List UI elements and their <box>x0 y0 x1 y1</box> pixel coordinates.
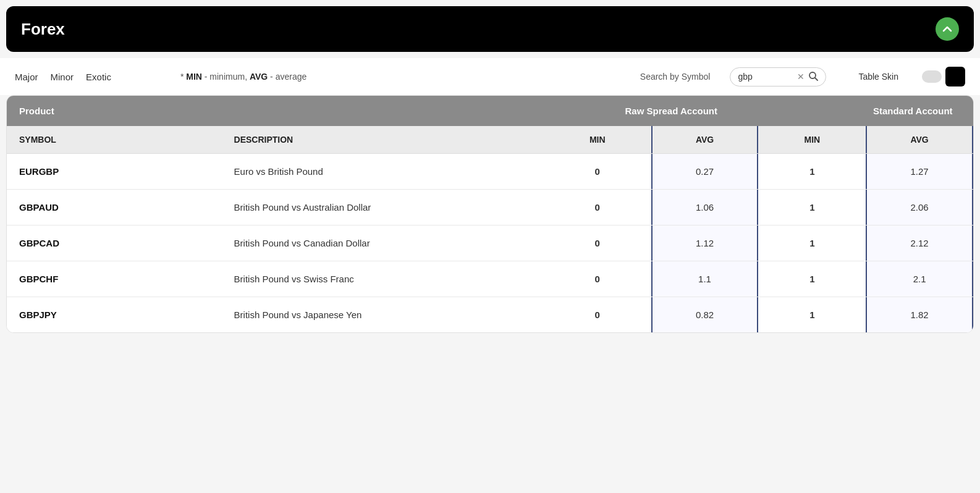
svg-line-1 <box>815 78 817 80</box>
col-std-avg: AVG <box>866 126 973 153</box>
table-row: EURGBP Euro vs British Pound 0 0.27 1 1.… <box>7 154 973 190</box>
cell-min: 0 <box>544 261 651 297</box>
cell-description: British Pound vs Australian Dollar <box>222 190 544 225</box>
cell-min: 0 <box>544 225 651 261</box>
cell-symbol: GBPJPY <box>7 297 222 332</box>
cell-min: 0 <box>544 297 651 332</box>
search-box: ✕ <box>730 67 826 86</box>
cell-avg: 1.12 <box>651 225 759 261</box>
nav-tabs: Major Minor Exotic <box>15 72 111 82</box>
tab-exotic[interactable]: Exotic <box>86 72 111 82</box>
cell-avg: 1.06 <box>651 190 759 225</box>
group-header-row: Product Raw Spread Account Standard Acco… <box>7 96 973 126</box>
cell-min: 0 <box>544 190 651 225</box>
cell-description: British Pound vs Japanese Yen <box>222 297 544 332</box>
column-headers: SYMBOL DESCRIPTION MIN AVG MIN AVG <box>7 126 973 154</box>
cell-std-avg: 2.1 <box>866 261 973 297</box>
table-body: EURGBP Euro vs British Pound 0 0.27 1 1.… <box>7 154 973 332</box>
col-symbol: SYMBOL <box>7 126 222 153</box>
col-avg: AVG <box>651 126 759 153</box>
tab-major[interactable]: Major <box>15 72 38 82</box>
forex-table: Product Raw Spread Account Standard Acco… <box>6 95 974 333</box>
legend: * MIN - minimum, AVG - average <box>180 72 306 82</box>
cell-avg: 0.27 <box>651 154 759 189</box>
cell-std-min: 1 <box>758 154 866 189</box>
cell-symbol: EURGBP <box>7 154 222 189</box>
cell-symbol: GBPCHF <box>7 261 222 297</box>
raw-spread-group-header: Raw Spread Account <box>611 96 732 126</box>
cell-std-min: 1 <box>758 261 866 297</box>
cell-description: British Pound vs Swiss Franc <box>222 261 544 297</box>
cell-std-min: 1 <box>758 190 866 225</box>
cell-std-avg: 1.27 <box>866 154 973 189</box>
cell-std-avg: 2.06 <box>866 190 973 225</box>
cell-avg: 1.1 <box>651 261 759 297</box>
min-label: MIN <box>186 72 202 82</box>
cell-std-avg: 1.82 <box>866 297 973 332</box>
product-group-header: Product <box>7 96 611 126</box>
table-row: GBPCAD British Pound vs Canadian Dollar … <box>7 225 973 261</box>
cell-description: British Pound vs Canadian Dollar <box>222 225 544 261</box>
cell-avg: 0.82 <box>651 297 759 332</box>
search-label: Search by Symbol <box>640 72 711 82</box>
clear-icon[interactable]: ✕ <box>797 72 805 81</box>
page-header: Forex <box>6 6 974 52</box>
tab-minor[interactable]: Minor <box>51 72 74 82</box>
cell-min: 0 <box>544 154 651 189</box>
chevron-up-icon <box>941 23 953 35</box>
dark-skin-toggle[interactable] <box>945 67 965 86</box>
collapse-button[interactable] <box>936 17 959 41</box>
cell-symbol: GBPAUD <box>7 190 222 225</box>
cell-symbol: GBPCAD <box>7 225 222 261</box>
search-icon <box>808 71 818 83</box>
table-skin-toggle[interactable] <box>922 67 965 86</box>
toolbar: Major Minor Exotic * MIN - minimum, AVG … <box>0 58 980 95</box>
table-row: GBPJPY British Pound vs Japanese Yen 0 0… <box>7 297 973 332</box>
cell-std-min: 1 <box>758 225 866 261</box>
col-description: DESCRIPTION <box>222 126 544 153</box>
cell-std-min: 1 <box>758 297 866 332</box>
page-title: Forex <box>21 20 65 39</box>
search-input[interactable] <box>738 72 793 82</box>
cell-std-avg: 2.12 <box>866 225 973 261</box>
col-std-min: MIN <box>758 126 866 153</box>
cell-description: Euro vs British Pound <box>222 154 544 189</box>
standard-group-header: Standard Account <box>853 96 974 126</box>
table-row: GBPAUD British Pound vs Australian Dolla… <box>7 190 973 225</box>
avg-label: AVG <box>250 72 268 82</box>
table-row: GBPCHF British Pound vs Swiss Franc 0 1.… <box>7 261 973 297</box>
col-min: MIN <box>544 126 651 153</box>
light-skin-toggle[interactable] <box>922 70 942 83</box>
table-skin-label: Table Skin <box>858 72 898 82</box>
